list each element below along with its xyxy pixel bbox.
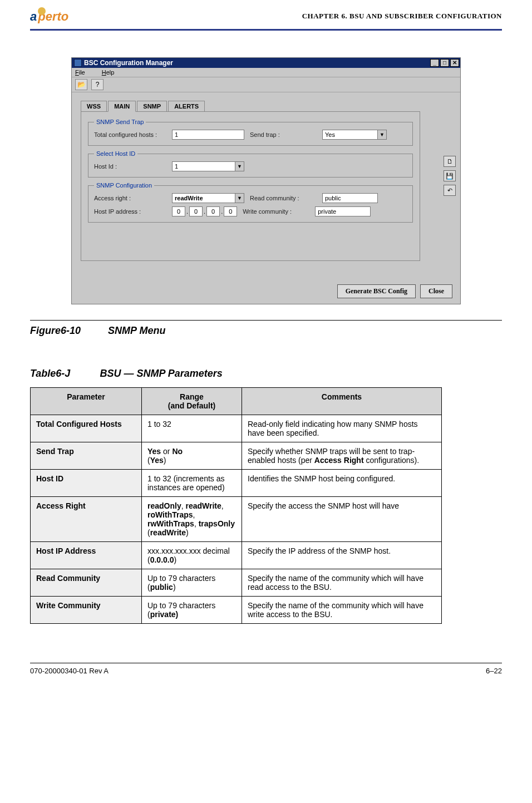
new-icon[interactable]: 🗋 — [444, 156, 456, 167]
open-icon[interactable]: 📂 — [75, 79, 87, 90]
cell-parameter: Host IP Address — [31, 542, 142, 569]
tab-snmp[interactable]: SNMP — [137, 101, 167, 111]
write-community-input[interactable] — [315, 206, 371, 216]
ip-octet-4[interactable] — [224, 206, 237, 216]
cell-parameter: Write Community — [31, 597, 142, 624]
cell-range: Yes or No(Yes) — [142, 442, 242, 470]
app-icon — [74, 59, 82, 67]
col-range: Range(and Default) — [142, 388, 242, 415]
label-host-id: Host Id : — [94, 163, 166, 170]
access-right-value[interactable] — [172, 193, 235, 203]
label-read-community: Read community : — [250, 195, 317, 201]
help-icon[interactable]: ? — [91, 79, 104, 90]
label-total-hosts: Total configured hosts : — [94, 131, 166, 138]
ip-octet-2[interactable] — [189, 206, 203, 216]
table-row: Host ID1 to 32 (increments as instances … — [31, 470, 442, 497]
cell-comment: Read-only field indicating how many SNMP… — [242, 415, 442, 442]
logo-part-a: a — [30, 9, 37, 23]
screenshot: BSC Configuration Manager _ □ ✕ File Hel… — [71, 57, 461, 304]
save-icon[interactable]: 💾 — [444, 170, 456, 181]
figure-number: Figure6-10 — [30, 325, 81, 336]
tab-alerts[interactable]: ALERTS — [168, 101, 205, 111]
titlebar: BSC Configuration Manager _ □ ✕ — [72, 58, 460, 68]
generate-button[interactable]: Generate BSC Config — [337, 284, 416, 298]
cell-range: 1 to 32 (increments as instances are ope… — [142, 470, 242, 497]
cell-range: xxx.xxx.xxx.xxx decimal(0.0.0.0) — [142, 542, 242, 569]
cell-comment: Specify whether SNMP traps will be sent … — [242, 442, 442, 470]
close-icon[interactable]: ✕ — [450, 59, 459, 67]
total-hosts-input[interactable] — [172, 130, 244, 140]
table-row: Read CommunityUp to 79 characters(public… — [31, 569, 442, 597]
read-community-input[interactable] — [322, 193, 378, 203]
cell-range: Up to 79 characters(private) — [142, 597, 242, 624]
group-select-host: Select Host ID — [94, 150, 137, 157]
cell-range: Up to 79 characters(public) — [142, 569, 242, 597]
label-send-trap: Send trap : — [250, 131, 317, 138]
col-parameter: Parameter — [31, 388, 142, 415]
footer-doc-id: 070-20000340-01 Rev A — [30, 667, 109, 675]
logo: aperto — [30, 8, 68, 24]
host-id-value[interactable] — [172, 161, 235, 171]
access-right-select[interactable]: ▼ — [172, 193, 244, 203]
cell-comment: Specify the access the SNMP host will ha… — [242, 497, 442, 542]
maximize-icon[interactable]: □ — [440, 59, 449, 67]
host-ip-input[interactable]: . . . — [172, 206, 237, 216]
table-caption: Table6-J BSU — SNMP Parameters — [30, 368, 502, 380]
host-id-select[interactable]: ▼ — [172, 161, 244, 171]
table-number: Table6-J — [30, 368, 70, 379]
table-title: BSU — SNMP Parameters — [100, 368, 222, 379]
figure-title: SNMP Menu — [108, 325, 165, 336]
logo-sun-icon — [38, 7, 46, 15]
header-rule — [30, 29, 502, 31]
table-row: Write CommunityUp to 79 characters(priva… — [31, 597, 442, 624]
label-write-community: Write community : — [243, 208, 309, 215]
cell-parameter: Host ID — [31, 470, 142, 497]
chevron-down-icon[interactable]: ▼ — [235, 193, 244, 203]
menu-file[interactable]: File — [75, 69, 85, 76]
ip-octet-1[interactable] — [172, 206, 185, 216]
ip-octet-3[interactable] — [206, 206, 220, 216]
col-comments: Comments — [242, 388, 442, 415]
window-title: BSC Configuration Manager — [84, 59, 173, 67]
cell-comment: Specify the name of the community which … — [242, 569, 442, 597]
tab-wss[interactable]: WSS — [81, 101, 107, 111]
chapter-heading: CHAPTER 6. BSU AND SUBSCRIBER CONFIGURAT… — [302, 12, 502, 21]
cell-comment: Identifies the SNMP host being configure… — [242, 470, 442, 497]
label-access-right: Access right : — [94, 195, 166, 201]
table-row: Host IP Addressxxx.xxx.xxx.xxx decimal(0… — [31, 542, 442, 569]
cell-comment: Specify the name of the community which … — [242, 597, 442, 624]
send-trap-value[interactable] — [322, 130, 378, 140]
table-row: Access RightreadOnly, readWrite, roWithT… — [31, 497, 442, 542]
group-send-trap: SNMP Send Trap — [94, 119, 146, 125]
undo-icon[interactable]: ↶ — [444, 185, 456, 196]
toolbar: 📂 ? — [72, 77, 460, 92]
cell-comment: Specify the IP address of the SNMP host. — [242, 542, 442, 569]
minimize-icon[interactable]: _ — [430, 59, 439, 67]
table-row: Total Configured Hosts1 to 32Read-only f… — [31, 415, 442, 442]
cell-range: 1 to 32 — [142, 415, 242, 442]
cell-parameter: Send Trap — [31, 442, 142, 470]
menu-help[interactable]: Help — [102, 69, 115, 76]
chevron-down-icon[interactable]: ▼ — [235, 161, 244, 171]
send-trap-select[interactable]: ▼ — [322, 130, 387, 140]
cell-range: readOnly, readWrite, roWithTraps, rwWith… — [142, 497, 242, 542]
chevron-down-icon[interactable]: ▼ — [378, 130, 387, 140]
cell-parameter: Read Community — [31, 569, 142, 597]
group-snmp-config: SNMP Configuration — [94, 182, 154, 189]
figure-caption: Figure6-10 SNMP Menu — [30, 325, 502, 337]
close-button[interactable]: Close — [420, 284, 452, 298]
cell-parameter: Total Configured Hosts — [31, 415, 142, 442]
tab-main[interactable]: MAIN — [108, 101, 136, 112]
cell-parameter: Access Right — [31, 497, 142, 542]
parameters-table: Parameter Range(and Default) Comments To… — [30, 387, 442, 624]
footer-page-number: 6–22 — [486, 667, 502, 675]
table-row: Send TrapYes or No(Yes)Specify whether S… — [31, 442, 442, 470]
figure-rule — [30, 320, 502, 321]
label-host-ip: Host IP address : — [94, 208, 166, 215]
